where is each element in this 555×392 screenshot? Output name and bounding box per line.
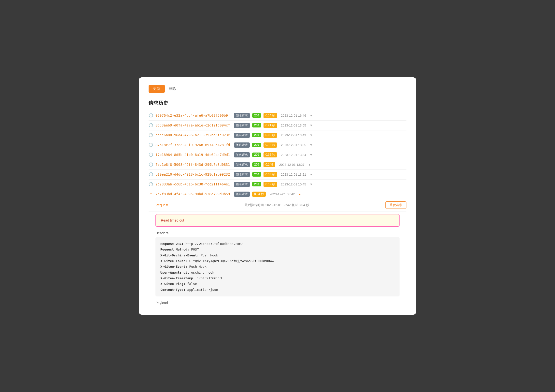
header-row: X-Git-Oschina-Event: Push Hook <box>160 252 395 258</box>
duration-badge: 0.33 秒 <box>264 172 277 177</box>
error-box: Read timed out <box>155 214 400 227</box>
header-value: Push Hook <box>201 253 218 257</box>
sign-badge: 签名请求 <box>234 152 250 157</box>
status-badge: 200 <box>252 133 261 137</box>
header-key: X-Gitee-Event: <box>160 265 187 268</box>
list-item: 🕐 7ec1e8f8-5008-42ff-843d-299b7e8d0831 签… <box>149 160 406 170</box>
history-id-link[interactable]: 7c7f83bd-4f43-4895-90bd-538e799d9b59 <box>155 192 232 196</box>
history-id-link[interactable]: 8653aeb9-d0fa-4a7e-ab1e-c2d12fc094cf <box>155 123 232 127</box>
duration-badge: 0.1 秒 <box>264 162 275 167</box>
history-list: 🕐 020764c2-e32a-4dc4-afe6-a7b037500b9f 签… <box>149 111 406 199</box>
header-value: false <box>187 282 197 286</box>
clock-icon: 🕐 <box>149 133 153 137</box>
history-id-link[interactable]: 020764c2-e32a-4dc4-afe6-a7b037500b9f <box>155 113 232 117</box>
chevron-down-icon[interactable]: ▼ <box>309 114 313 117</box>
toolbar: 更新 删除 <box>149 85 406 93</box>
sign-badge: 签名请求 <box>234 113 250 118</box>
header-key: Request URL: <box>160 242 183 246</box>
header-row: Content-Type: application/json <box>160 287 395 293</box>
history-id-link[interactable]: cdce6a00-96d4-4296-b211-792be6fe923e <box>155 133 232 137</box>
list-item: 🕐 2d2333ab-cc6b-4616-bc30-fcc21ff4b4e1 签… <box>149 180 406 189</box>
chevron-down-icon[interactable]: ▼ <box>309 173 313 176</box>
history-id-link[interactable]: 87618c7f-37cc-43f0-9268-6974864281fd <box>155 143 232 147</box>
chevron-down-icon[interactable]: ▼ <box>309 182 313 186</box>
clock-icon: 🕐 <box>149 172 153 177</box>
sign-badge: 签名请求 <box>234 172 250 177</box>
status-badge: 200 <box>252 162 261 167</box>
status-badge: 200 <box>252 172 261 177</box>
duration-badge: 0.14 秒 <box>264 113 277 118</box>
sign-badge: 签名请求 <box>234 142 250 148</box>
header-row: Request Method: POST <box>160 247 395 252</box>
list-item: 🕐 17b18984-8d5b-4fb0-8a19-4dc64ba7d9d1 签… <box>149 150 406 160</box>
header-value: C+YQdvLTKAyJqKzE3QX2FXefWj/5cs6sSkfE0Hkm… <box>189 259 274 263</box>
chevron-down-icon[interactable]: ▼ <box>308 163 311 167</box>
clock-icon: 🕐 <box>149 182 153 186</box>
detail-meta-row: Request 最后执行时间: 2023-12-01 08:42 耗时 8.04… <box>149 199 406 211</box>
date-text: 2023-12-01 13:34 <box>281 153 306 157</box>
date-text: 2023-12-01 13:21 <box>281 173 306 176</box>
history-id-link[interactable]: 2d2333ab-cc6b-4616-bc30-fcc21ff4b4e1 <box>155 182 232 186</box>
resend-button[interactable]: 重发请求 <box>385 201 406 209</box>
header-key: User-Agent: <box>160 271 181 274</box>
headers-label: Headers <box>155 231 400 235</box>
status-badge: 200 <box>252 123 261 127</box>
chevron-up-icon[interactable]: ▲ <box>298 192 301 196</box>
header-value: POST <box>191 248 199 251</box>
header-value: application/json <box>187 288 218 292</box>
header-key: X-Gitee-Timestamp: <box>160 276 195 280</box>
header-row: X-Gitee-Event: Push Hook <box>160 264 395 269</box>
expanded-detail: Request 最后执行时间: 2023-12-01 08:42 耗时 8.04… <box>149 199 406 305</box>
chevron-down-icon[interactable]: ▼ <box>309 143 313 147</box>
header-row: X-Gitee-Ping: false <box>160 281 395 287</box>
date-text: 2023-12-01 13:55 <box>281 124 306 127</box>
header-row: User-Agent: git-oschina-hook <box>160 270 395 275</box>
header-row: X-Gitee-Token: C+YQdvLTKAyJqKzE3QX2FXefW… <box>160 258 395 264</box>
clock-icon: 🕐 <box>149 162 153 167</box>
main-window: 更新 删除 请求历史 🕐 020764c2-e32a-4dc4-afe6-a7b… <box>139 77 416 315</box>
list-item: 🕐 87618c7f-37cc-43f0-9268-6974864281fd 签… <box>149 140 406 150</box>
section-title: 请求历史 <box>149 100 406 106</box>
status-badge: 200 <box>252 153 261 157</box>
header-key: X-Git-Oschina-Event: <box>160 253 199 257</box>
history-id-link[interactable]: b10ea210-d4dc-4018-bc1c-928d1ab99232 <box>155 172 232 176</box>
duration-badge: 0.35 秒 <box>264 152 277 157</box>
payload-label: Payload <box>149 298 406 305</box>
sign-badge: 签名请求 <box>234 182 250 187</box>
header-key: X-Gitee-Token: <box>160 259 187 263</box>
chevron-down-icon[interactable]: ▼ <box>309 153 313 157</box>
date-text: 2023-12-01 08:42 <box>270 192 295 196</box>
headers-section: Headers Request URL: http://webhook.tclo… <box>149 229 406 299</box>
warning-icon: ⚠ <box>149 192 153 196</box>
sign-badge: 签名请求 <box>234 162 250 167</box>
header-key: Content-Type: <box>160 288 185 292</box>
delete-button[interactable]: 删除 <box>169 86 176 91</box>
status-badge: 200 <box>252 113 261 118</box>
header-value: http://webhook.tcloudbase.com/ <box>185 242 243 246</box>
status-badge: 200 <box>252 143 261 147</box>
history-id-link[interactable]: 7ec1e8f8-5008-42ff-843d-299b7e8d0831 <box>155 163 232 167</box>
update-button[interactable]: 更新 <box>149 85 165 93</box>
header-value: 1701391366113 <box>197 276 222 280</box>
date-text: 2023-12-01 13:27 <box>279 163 305 167</box>
detail-meta-text: 最后执行时间: 2023-12-01 08:42 耗时 8.04 秒 <box>245 203 309 207</box>
header-row: Request URL: http://webhook.tcloudbase.c… <box>160 241 395 247</box>
duration-badge: 0.19 秒 <box>264 182 277 187</box>
sign-badge: 签名请求 <box>234 192 250 197</box>
chevron-down-icon[interactable]: ▼ <box>309 124 313 127</box>
list-item: ⚠ 7c7f83bd-4f43-4895-90bd-538e799d9b59 签… <box>149 189 406 199</box>
list-item: 🕐 020764c2-e32a-4dc4-afe6-a7b037500b9f 签… <box>149 111 406 121</box>
list-item: 🕐 b10ea210-d4dc-4018-bc1c-928d1ab99232 签… <box>149 170 406 180</box>
date-text: 2023-12-01 13:35 <box>281 143 306 147</box>
clock-icon: 🕐 <box>149 113 153 118</box>
chevron-down-icon[interactable]: ▼ <box>309 133 313 137</box>
header-value: Push Hook <box>189 265 206 268</box>
duration-badge: 8.04 秒 <box>252 192 266 197</box>
header-value: git-oschina-hook <box>183 271 214 274</box>
sign-badge: 签名请求 <box>234 133 250 138</box>
clock-icon: 🕐 <box>149 153 153 157</box>
list-item: 🕐 cdce6a00-96d4-4296-b211-792be6fe923e 签… <box>149 130 406 140</box>
clock-icon: 🕐 <box>149 143 153 147</box>
history-id-link[interactable]: 17b18984-8d5b-4fb0-8a19-4dc64ba7d9d1 <box>155 153 232 157</box>
date-text: 2023-12-01 16:46 <box>281 114 306 117</box>
